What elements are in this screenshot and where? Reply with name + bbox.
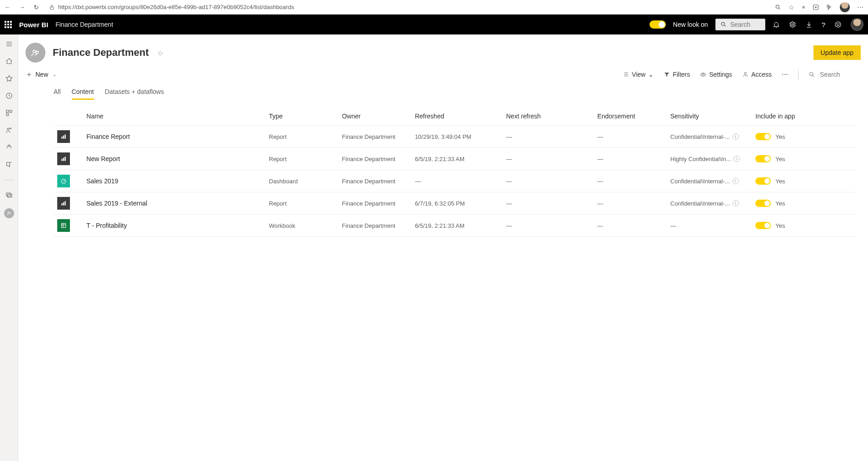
svg-rect-35 — [61, 137, 62, 139]
table-row[interactable]: Finance ReportReportFinance Department10… — [54, 126, 855, 148]
cell-endorsement: — — [594, 148, 667, 170]
divider — [798, 69, 799, 80]
col-name[interactable]: Name — [83, 107, 265, 126]
apps-icon[interactable] — [5, 109, 13, 117]
include-toggle[interactable] — [755, 133, 771, 140]
cell-name[interactable]: Sales 2019 - External — [83, 192, 265, 215]
notifications-icon[interactable] — [773, 21, 780, 28]
svg-rect-43 — [63, 202, 64, 206]
cell-owner: Finance Department — [338, 126, 412, 148]
new-look-toggle[interactable] — [650, 20, 666, 29]
download-icon[interactable] — [805, 21, 813, 28]
refresh-icon[interactable]: ↻ — [34, 4, 39, 11]
table-row[interactable]: Sales 2019DashboardFinance Department———… — [54, 170, 855, 192]
learn-icon[interactable] — [5, 161, 13, 169]
cell-name[interactable]: Finance Report — [83, 126, 265, 148]
col-next-refresh[interactable]: Next refresh — [502, 107, 594, 126]
include-toggle[interactable] — [755, 155, 771, 162]
cell-name[interactable]: Sales 2019 — [83, 170, 265, 192]
settings-button[interactable]: Settings — [700, 71, 732, 78]
cell-name[interactable]: T - Profitability — [83, 215, 265, 237]
list-search[interactable] — [808, 71, 861, 78]
table-row[interactable]: New ReportReportFinance Department6/5/19… — [54, 148, 855, 170]
info-icon[interactable]: i — [734, 156, 740, 162]
more-icon[interactable]: ⋯ — [782, 71, 788, 78]
content-area: Finance Department ◇ Update app ＋ New ⌄ … — [18, 34, 868, 461]
gear-icon[interactable] — [789, 21, 796, 28]
tab-content[interactable]: Content — [72, 84, 94, 100]
forward-icon[interactable]: → — [19, 4, 25, 11]
header-breadcrumb[interactable]: Finance Department — [55, 21, 113, 28]
global-search-input[interactable] — [730, 21, 760, 28]
brand-label: Power BI — [19, 21, 48, 29]
workspaces-icon[interactable] — [5, 191, 13, 199]
info-icon[interactable]: i — [733, 178, 739, 184]
svg-rect-18 — [6, 113, 9, 116]
zoom-icon[interactable] — [775, 4, 781, 10]
filters-label: Filters — [673, 71, 690, 78]
include-toggle[interactable] — [755, 177, 771, 185]
table-row[interactable]: Sales 2019 - ExternalReportFinance Depar… — [54, 192, 855, 215]
include-toggle[interactable] — [755, 200, 771, 207]
svg-rect-16 — [6, 110, 9, 113]
address-bar[interactable] — [45, 3, 769, 11]
app-launcher-icon[interactable] — [5, 21, 12, 28]
star-outline-icon[interactable]: ☆ — [789, 4, 794, 11]
global-search[interactable] — [715, 19, 765, 30]
favorites-rail-icon[interactable] — [5, 74, 13, 83]
view-button[interactable]: View ⌄ — [623, 71, 654, 78]
tab-datasets[interactable]: Datasets + dataflows — [105, 84, 164, 100]
svg-point-19 — [7, 128, 9, 130]
include-toggle[interactable] — [755, 222, 771, 229]
favorites-icon[interactable]: ⭐︎ — [802, 3, 805, 11]
filters-button[interactable]: Filters — [664, 71, 690, 78]
workspace-header: Finance Department ◇ Update app — [18, 34, 868, 66]
hamburger-icon[interactable] — [5, 40, 13, 48]
access-button[interactable]: Access — [742, 71, 772, 78]
col-type[interactable]: Type — [265, 107, 338, 126]
col-endorsement[interactable]: Endorsement — [594, 107, 667, 126]
pivot-tabs: All Content Datasets + dataflows — [18, 84, 868, 100]
report-icon — [57, 152, 70, 165]
browser-more-icon[interactable]: ⋯ — [857, 4, 863, 11]
feedback-icon[interactable] — [834, 21, 842, 28]
home-icon[interactable] — [5, 57, 13, 65]
tab-all[interactable]: All — [54, 84, 61, 100]
info-icon[interactable]: i — [733, 133, 739, 140]
cell-refreshed: 10/29/19, 3:49:04 PM — [411, 126, 502, 148]
cell-endorsement: — — [594, 170, 667, 192]
col-include[interactable]: Include in app — [752, 107, 855, 126]
svg-line-34 — [813, 75, 814, 77]
col-sensitivity[interactable]: Sensitivity — [667, 107, 752, 126]
collections-icon[interactable] — [813, 4, 819, 10]
list-search-input[interactable] — [820, 71, 861, 78]
access-label: Access — [751, 71, 772, 78]
table-row[interactable]: T - ProfitabilityWorkbookFinance Departm… — [54, 215, 855, 237]
cell-name[interactable]: New Report — [83, 148, 265, 170]
include-label: Yes — [775, 178, 785, 185]
new-button[interactable]: ＋ New ⌄ — [25, 70, 56, 79]
svg-rect-45 — [61, 223, 65, 227]
cell-sensitivity: Confidential\Internal-... — [670, 133, 730, 140]
user-avatar[interactable] — [851, 18, 863, 31]
col-owner[interactable]: Owner — [338, 107, 412, 126]
current-workspace-icon[interactable] — [4, 208, 14, 218]
recent-icon[interactable] — [5, 92, 13, 100]
url-input[interactable] — [58, 4, 765, 10]
cell-sensitivity: Highly Confidential\In... — [670, 156, 731, 162]
shared-icon[interactable] — [5, 126, 13, 134]
update-app-button[interactable]: Update app — [813, 45, 861, 60]
help-icon[interactable]: ? — [822, 21, 825, 29]
col-refreshed[interactable]: Refreshed — [411, 107, 502, 126]
svg-point-27 — [36, 51, 39, 54]
svg-rect-39 — [63, 158, 64, 161]
browser-profile-avatar[interactable] — [840, 2, 850, 12]
cell-owner: Finance Department — [338, 170, 412, 192]
svg-line-2 — [779, 8, 780, 9]
extension-icon[interactable] — [826, 4, 833, 10]
info-icon[interactable]: i — [733, 200, 739, 206]
deployment-icon[interactable] — [5, 143, 13, 152]
left-nav-rail — [0, 34, 18, 461]
cell-endorsement: — — [594, 126, 667, 148]
back-icon[interactable]: ← — [5, 4, 11, 11]
